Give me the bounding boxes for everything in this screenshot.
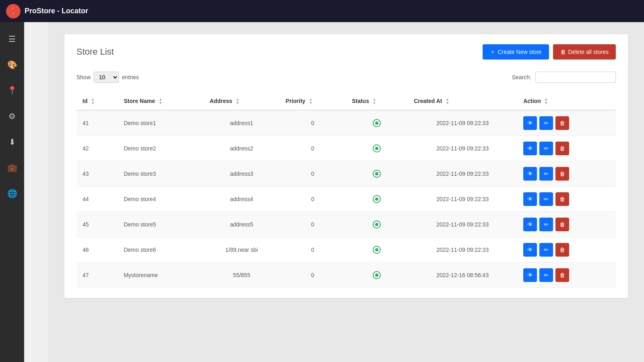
col-action: Action ▲▼	[517, 93, 616, 110]
delete-all-stores-button[interactable]: 🗑 Delete all stores	[553, 44, 616, 60]
status-active-icon	[373, 119, 381, 127]
view-button[interactable]: 👁	[523, 116, 537, 130]
cell-store-name: Demo store1	[118, 110, 204, 136]
status-active-icon	[373, 246, 381, 254]
edit-button[interactable]: ✏	[539, 243, 553, 257]
topbar: 📍 ProStore - Locator	[0, 0, 644, 22]
eye-icon: 👁	[527, 272, 533, 278]
cell-status	[346, 237, 408, 263]
cell-id: 41	[76, 110, 118, 136]
plus-icon: ＋	[490, 48, 495, 56]
cell-store-name: Demo store5	[118, 212, 204, 237]
edit-button[interactable]: ✏	[539, 218, 553, 231]
eye-icon: 👁	[527, 145, 533, 152]
sort-icon-action: ▲▼	[545, 98, 548, 105]
page-title: Store List	[76, 47, 114, 57]
delete-button[interactable]: 🗑	[555, 116, 569, 130]
cell-action: 👁 ✏ 🗑	[517, 161, 616, 187]
cell-id: 43	[76, 161, 118, 187]
sidebar-item-location[interactable]: 📍	[4, 82, 20, 99]
sidebar-item-dashboard[interactable]: 🎨	[4, 57, 20, 73]
cell-created-at: 2022-12-16 08:56:43	[408, 263, 517, 288]
cell-priority: 0	[280, 263, 346, 288]
cell-created-at: 2022-11-09 09:22:33	[408, 161, 517, 187]
cell-address: 55/855	[204, 263, 280, 288]
cell-action: 👁 ✏ 🗑	[517, 237, 616, 263]
table-row: 44 Demo store4 address4 0 2022-11-09 09:…	[76, 187, 616, 212]
cell-id: 42	[76, 136, 118, 161]
eye-icon: 👁	[527, 221, 533, 228]
app-logo: 📍 ProStore - Locator	[6, 4, 88, 19]
cell-status	[346, 110, 408, 136]
cell-address: address2	[204, 136, 280, 161]
entries-select[interactable]: 10 25 50 100	[94, 72, 119, 83]
logo-icon: 📍	[6, 4, 21, 19]
view-button[interactable]: 👁	[523, 167, 537, 181]
trash-icon: 🗑	[559, 145, 565, 152]
content-area: Store List ＋ Create New store 🗑 Delete a…	[48, 22, 644, 362]
edit-button[interactable]: ✏	[539, 192, 553, 206]
cell-created-at: 2022-11-09 09:22:33	[408, 187, 517, 212]
trash-icon: 🗑	[559, 171, 565, 177]
delete-button[interactable]: 🗑	[555, 218, 569, 231]
view-button[interactable]: 👁	[523, 243, 537, 257]
cell-store-name: Demo store2	[118, 136, 204, 161]
header-buttons: ＋ Create New store 🗑 Delete all stores	[483, 44, 616, 60]
trash-icon: 🗑	[559, 247, 565, 253]
cell-priority: 0	[280, 136, 346, 161]
delete-button[interactable]: 🗑	[555, 167, 569, 181]
cell-action: 👁 ✏ 🗑	[517, 110, 616, 136]
sort-icon-name: ▲▼	[159, 98, 162, 105]
delete-button[interactable]: 🗑	[555, 192, 569, 206]
cell-store-name: Demo store6	[118, 237, 204, 263]
table-row: 41 Demo store1 address1 0 2022-11-09 09:…	[76, 110, 616, 136]
edit-button[interactable]: ✏	[539, 268, 553, 282]
search-input[interactable]	[535, 72, 616, 83]
sidebar-item-portfolio[interactable]: 💼	[4, 160, 20, 176]
cell-address: address3	[204, 161, 280, 187]
card-header: Store List ＋ Create New store 🗑 Delete a…	[76, 44, 616, 60]
cell-status	[346, 263, 408, 288]
delete-button[interactable]: 🗑	[555, 243, 569, 257]
sidebar-item-download[interactable]: ⬇	[4, 134, 20, 150]
col-address: Address ▲▼	[204, 93, 280, 110]
trash-icon: 🗑	[559, 221, 565, 228]
trash-icon: 🗑	[559, 120, 565, 126]
trash-icon: 🗑	[559, 272, 565, 278]
sidebar-item-menu[interactable]: ☰	[4, 31, 20, 47]
pencil-icon: ✏	[544, 120, 549, 126]
edit-button[interactable]: ✏	[539, 142, 553, 155]
delete-button[interactable]: 🗑	[555, 142, 569, 155]
edit-button[interactable]: ✏	[539, 167, 553, 181]
col-status: Status ▲▼	[346, 93, 408, 110]
col-store-name: Store Name ▲▼	[118, 93, 204, 110]
view-button[interactable]: 👁	[523, 192, 537, 206]
view-button[interactable]: 👁	[523, 142, 537, 155]
sidebar-item-settings[interactable]: ⚙	[4, 108, 20, 124]
cell-priority: 0	[280, 110, 346, 136]
create-new-store-button[interactable]: ＋ Create New store	[483, 44, 549, 60]
cell-id: 44	[76, 187, 118, 212]
table-row: 43 Demo store3 address3 0 2022-11-09 09:…	[76, 161, 616, 187]
sidebar-item-globe[interactable]: 🌐	[4, 185, 20, 202]
cell-action: 👁 ✏ 🗑	[517, 187, 616, 212]
view-button[interactable]: 👁	[523, 268, 537, 282]
status-active-icon	[373, 170, 381, 178]
cell-id: 46	[76, 237, 118, 263]
delete-button[interactable]: 🗑	[555, 268, 569, 282]
sort-icon-address: ▲▼	[236, 98, 239, 105]
trash-icon: 🗑	[560, 49, 566, 55]
cell-id: 47	[76, 263, 118, 288]
col-id: Id ▲▼	[76, 93, 118, 110]
table-row: 45 Demo store5 address5 0 2022-11-09 09:…	[76, 212, 616, 237]
eye-icon: 👁	[527, 247, 533, 253]
search-label: Search:	[512, 74, 531, 80]
cell-priority: 0	[280, 237, 346, 263]
cell-status	[346, 212, 408, 237]
cell-status	[346, 161, 408, 187]
status-active-icon	[373, 220, 381, 228]
cell-status	[346, 187, 408, 212]
show-entries-control: Show 10 25 50 100 entries	[76, 72, 139, 83]
edit-button[interactable]: ✏	[539, 116, 553, 130]
view-button[interactable]: 👁	[523, 218, 537, 231]
